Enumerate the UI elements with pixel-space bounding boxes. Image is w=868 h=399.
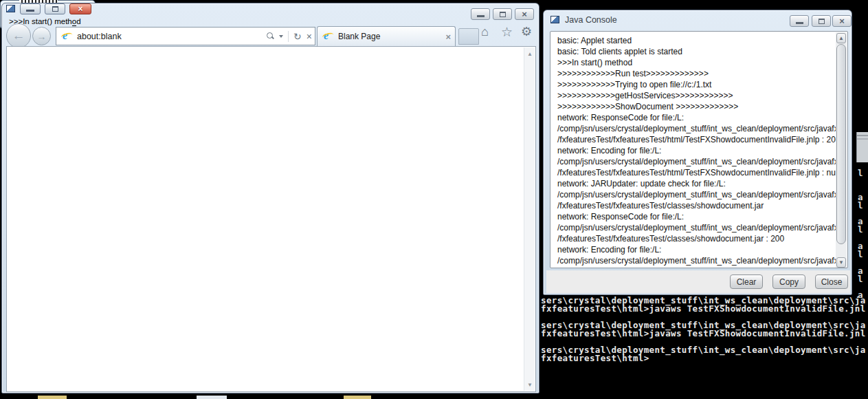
console-scrollbar[interactable]: ▲ ▼ — [836, 32, 847, 268]
cmd-edge-fragment: l — [858, 275, 863, 283]
console-log-line: /fxfeaturesTest/fxfeaturesTest/classes/s… — [557, 233, 832, 244]
close-console-button[interactable]: Close — [815, 274, 848, 289]
maximize-button[interactable] — [812, 15, 831, 27]
console-log-line: network: Encoding for file:/L: — [557, 145, 832, 156]
console-log-line: /fxfeaturesTest/fxfeaturesTest/html/Test… — [557, 167, 832, 178]
scroll-down-icon[interactable]: ▼ — [836, 257, 846, 268]
window-title: Java Console — [565, 15, 617, 25]
console-button-panel: Clear Copy Close — [546, 270, 850, 293]
close-icon: × — [839, 17, 845, 25]
console-log-line: /comp/jsn/users/crystal/deployment_stuff… — [557, 123, 832, 134]
java-console-window: Java Console × basic: Applet startedbasi… — [543, 10, 852, 295]
cmd-lines: sers\crystal\deployment_stuff\int_ws_cle… — [541, 296, 868, 363]
console-log-line: >>>In start() method — [557, 57, 832, 68]
cmd-line: fxfeaturesTest\html> — [541, 354, 868, 363]
java-console-icon — [550, 16, 559, 23]
taskbar-icon-fragment[interactable] — [197, 396, 227, 399]
console-log-line: /fxfeaturesTest/fxfeaturesTest/classes/s… — [557, 200, 832, 211]
taskbar-icon-fragment[interactable] — [38, 396, 67, 399]
desktop: lalalalala sers\crystal\deployment_stuff… — [0, 0, 868, 399]
console-log-line: network: ResponseCode for file:/L: — [557, 112, 832, 123]
console-log-line: >>>>>>>>>>>>ShowDocument >>>>>>>>>>>>> — [557, 101, 832, 112]
scroll-up-icon[interactable]: ▲ — [836, 33, 846, 43]
copy-button[interactable]: Copy — [772, 274, 805, 289]
cmd-edge-fragment: l — [858, 169, 863, 177]
cmd-edge-fragment: l — [858, 226, 863, 234]
close-button[interactable]: × — [832, 15, 852, 27]
console-log-line: >>>>>>>>>>>>getHostServices>>>>>>>>>>>> — [557, 90, 832, 101]
clear-button[interactable]: Clear — [730, 274, 763, 289]
console-log-line: basic: Applet started — [557, 35, 832, 46]
cmd-scrollbar-fragment[interactable] — [856, 132, 868, 162]
taskbar-icon-fragment[interactable] — [344, 396, 371, 399]
console-log-line: >>>>>>>>>>>>Run test>>>>>>>>>>>>> — [557, 68, 832, 79]
console-log-line: /comp/jsn/users/crystal/deployment_stuff… — [557, 255, 832, 266]
cmd-line: fxfeaturesTest\html>javaws TestFXShowdoc… — [541, 330, 868, 338]
minimize-icon — [796, 22, 803, 24]
cmd-edge-fragment: l — [858, 202, 863, 210]
console-log-line: >>>>>>>>>>>>Trying to open file://c:/1.t… — [557, 79, 832, 90]
console-output-area[interactable]: basic: Applet startedbasic: Told clients… — [550, 31, 848, 268]
cmd-edge-fragment: l — [858, 250, 863, 259]
console-log-line: network: ResponseCode for file:/L: — [557, 211, 832, 222]
scrollbar-thumb[interactable] — [836, 44, 846, 244]
console-log-line: /fxfeaturesTest/fxfeaturesTest/html/Test… — [557, 134, 832, 145]
cmd-line: fxfeaturesTest\html>javaws TestFXShowdoc… — [541, 305, 868, 313]
console-log: basic: Applet startedbasic: Told clients… — [557, 35, 832, 266]
console-log-line: /comp/jsn/users/crystal/deployment_stuff… — [557, 222, 832, 233]
maximize-icon — [819, 19, 825, 24]
console-log-line: network: Encoding for file:/L: — [557, 244, 832, 255]
console-log-line: /comp/jsn/users/crystal/deployment_stuff… — [557, 189, 832, 200]
console-log-line: /comp/jsn/users/crystal/deployment_stuff… — [557, 156, 832, 167]
minimize-button[interactable] — [790, 15, 809, 27]
console-log-line: network: JARUpdater: update check for fi… — [557, 178, 832, 189]
console-log-line: basic: Told clients applet is started — [557, 46, 832, 57]
